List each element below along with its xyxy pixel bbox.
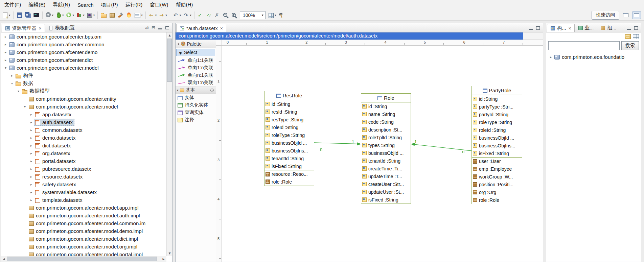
tree-item[interactable]: ▸demo.datasetx (1, 134, 166, 142)
twisty-icon[interactable]: ▸ (29, 175, 34, 178)
menu-item[interactable]: Search (74, 0, 97, 10)
entity-attribute[interactable]: businessObjIns... (264, 147, 314, 154)
entity-attribute[interactable]: businessObjId ... (361, 149, 411, 157)
tree-item[interactable]: com.primeton.gocom.afcenter.model.portal… (1, 251, 166, 256)
search-input[interactable] (548, 41, 620, 50)
menu-item[interactable]: 项目(P) (97, 0, 122, 10)
twisty-icon[interactable]: ▸ (29, 198, 34, 202)
library-icon[interactable] (625, 34, 631, 39)
view-tab[interactable]: 组... (597, 23, 620, 32)
tree-item[interactable]: ▸dict.datasetx (1, 142, 166, 149)
entity-attribute[interactable]: businessObjIns... (472, 142, 522, 149)
entity-attribute[interactable]: types :String (361, 141, 411, 149)
settings-button[interactable]: ▾ (45, 11, 54, 20)
tree-item[interactable]: ▾com.primeton.gocom.afcenter.model (1, 103, 166, 111)
horizontal-scrollbar[interactable]: ◀ ▶ (1, 256, 166, 262)
palette-header[interactable]: ◂ Palette (176, 40, 216, 48)
zoom-out-button[interactable] (222, 11, 230, 20)
scroll-right-icon[interactable]: ▶ (161, 256, 166, 262)
quick-access-button[interactable]: 快速访问 (592, 11, 619, 20)
zoom-level-select[interactable]: 100%▾ (240, 11, 266, 19)
maximize-icon[interactable] (165, 26, 169, 29)
vertical-scrollbar[interactable]: ▲ ▼ (166, 32, 172, 256)
entity-attribute[interactable]: createTime :Ti... (361, 165, 411, 172)
tree-item[interactable]: ▸com.primeton.gocom.afcenter.dict (1, 56, 166, 64)
twisty-icon[interactable]: ▸ (29, 190, 34, 194)
entity-attribute[interactable]: isFixed :String (472, 149, 522, 157)
diagram-canvas[interactable]: n1n1 ResRoleid :StringresId :StringresTy… (222, 46, 543, 262)
twisty-icon[interactable]: ▸ (29, 167, 34, 171)
tree-item[interactable]: com.primeton.gocom.afcenter.entity (1, 95, 166, 103)
debug-button[interactable]: ▾ (55, 11, 65, 20)
entity-attribute[interactable]: resId :String (264, 108, 314, 116)
twisty-icon[interactable]: ▸ (29, 113, 34, 116)
entity-attribute[interactable]: tenantId :String (361, 157, 411, 165)
collapse-palette-icon[interactable]: ◂ (177, 42, 179, 46)
zoom-in-button[interactable] (230, 11, 238, 20)
tree-item[interactable]: com.primeton.gocom.afcenter.model.org.im… (1, 243, 166, 251)
tree-item[interactable]: ▸template.datasetx (1, 196, 166, 204)
menu-item[interactable]: 文件(F) (1, 0, 25, 10)
coverage-button[interactable]: ▾ (75, 11, 85, 20)
back-button[interactable]: ▾ (148, 11, 158, 20)
entity-attribute[interactable]: workGroup :W... (472, 173, 522, 181)
entity-attribute[interactable]: id :String (361, 102, 411, 110)
tree-item[interactable]: com.primeton.gocom.afcenter.model.common… (1, 219, 166, 227)
twisty-icon[interactable]: ▸ (3, 35, 8, 39)
tree-item[interactable]: ▾数据 (1, 79, 166, 87)
tree-item[interactable]: ▸common.datasetx (1, 126, 166, 134)
layout-button[interactable]: ▾ (267, 11, 277, 20)
twisty-icon[interactable]: ▸ (29, 151, 34, 155)
twisty-icon[interactable]: ▾ (16, 89, 21, 93)
twisty-icon[interactable]: ▸ (3, 43, 8, 46)
save-button[interactable] (16, 11, 23, 20)
scrollbar-thumb[interactable] (167, 39, 172, 82)
scroll-down-icon[interactable]: ▼ (167, 251, 172, 256)
tree-item[interactable]: com.primeton.gocom.afcenter.model.demo.i… (1, 227, 166, 235)
validate-button[interactable] (197, 11, 204, 20)
scrollbar-thumb[interactable] (7, 257, 157, 261)
data-table-button[interactable]: ▾ (134, 11, 143, 20)
entity-attribute[interactable]: tenantId :String (264, 154, 314, 162)
view-tab[interactable]: 构...× (547, 24, 575, 32)
entity-attribute[interactable]: roleId :String (472, 126, 522, 134)
twisty-icon[interactable]: ▸ (29, 128, 34, 132)
breadcrumb-path[interactable]: com.primeton.gocom.afcenter.model/src/co… (176, 32, 523, 40)
entity-attribute[interactable]: role :Role (264, 178, 314, 186)
search-button[interactable]: 搜索 (621, 41, 639, 50)
tree-item[interactable]: ▾数据模型 (1, 87, 166, 95)
tree-item[interactable]: ▸com.primeton.gocom.afcenter.bps.om (1, 33, 166, 41)
tree-item[interactable]: ▾com.primeton.gocom.afcenter.model (1, 64, 166, 72)
menu-item[interactable]: 窗口(W) (146, 0, 172, 10)
tree-item[interactable]: ▸portal.datasetx (1, 157, 166, 165)
palette-item-note[interactable]: 注释 (176, 116, 216, 124)
twisty-icon[interactable]: ▾ (3, 66, 8, 70)
format-paint-button[interactable] (117, 11, 124, 20)
grid-icon[interactable] (633, 34, 639, 39)
entity-attribute[interactable]: isFixed :String (361, 196, 411, 204)
entity-attribute[interactable]: roleType :String (472, 118, 522, 126)
console-button[interactable] (32, 11, 40, 20)
entity-attribute[interactable]: roleId :String (264, 123, 314, 131)
delete-button[interactable] (213, 11, 221, 20)
scroll-up-icon[interactable]: ▲ (167, 32, 172, 38)
profile-button[interactable]: ▾ (86, 11, 96, 20)
twisty-icon[interactable]: ▸ (29, 120, 34, 124)
palette-item-entity[interactable]: 实体 (176, 94, 216, 101)
collapse-all-icon[interactable]: ⊟ (152, 25, 155, 30)
tree-item[interactable]: ▸auth.datasetx (1, 118, 166, 126)
twisty-icon[interactable]: ▸ (29, 183, 34, 186)
entity-attribute[interactable]: updateUser :St... (361, 188, 411, 196)
entity-attribute[interactable]: createUser :Str... (361, 180, 411, 188)
view-tab[interactable]: *auth.datasetx× (176, 24, 226, 32)
tree-item[interactable]: com.primeton.gocom.afcenter.model.auth.i… (1, 212, 166, 219)
current-perspective-button[interactable] (632, 11, 641, 19)
twisty-icon[interactable]: ▸ (3, 50, 8, 54)
forward-button[interactable]: ▾ (158, 11, 168, 20)
menu-item[interactable]: 导航(N) (49, 0, 74, 10)
tree-item[interactable]: ▸com.primeton.gocom.afcenter.demo (1, 48, 166, 56)
twisty-icon[interactable]: ▾ (9, 81, 15, 85)
twisty-icon[interactable]: ▸ (29, 136, 34, 140)
validate-all-button[interactable] (205, 11, 213, 20)
tree-item[interactable]: ▸pubresource.datasetx (1, 165, 166, 173)
